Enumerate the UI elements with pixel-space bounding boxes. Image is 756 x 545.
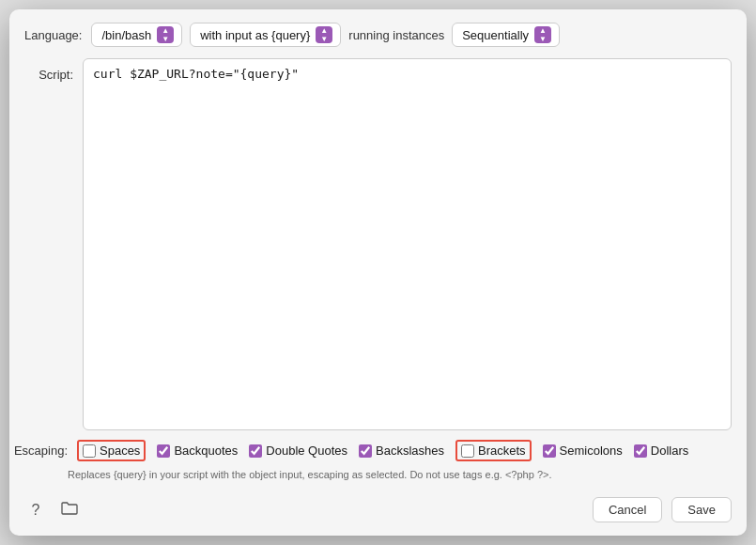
input-as-select[interactable]: with input as {query} ▲ ▼ <box>190 23 341 47</box>
script-row: Script: curl $ZAP_URL?note="{query}" <box>24 58 732 430</box>
folder-icon <box>61 501 78 520</box>
bottom-bar: ? Cancel Save <box>9 488 747 536</box>
checkbox-double-quotes-input[interactable] <box>249 444 262 458</box>
save-button[interactable]: Save <box>671 497 732 522</box>
bottom-left: ? <box>24 499 81 522</box>
language-arrows-icon: ▲ ▼ <box>157 26 174 43</box>
checkbox-double-quotes-label: Double Quotes <box>266 444 347 458</box>
checkbox-dollars-input[interactable] <box>634 444 647 458</box>
cancel-button[interactable]: Cancel <box>593 497 662 522</box>
dialog: Language: /bin/bash ▲ ▼ with input as {q… <box>9 9 747 536</box>
bottom-right: Cancel Save <box>593 497 732 522</box>
input-as-value: with input as {query} <box>200 28 310 42</box>
checkbox-backquotes-input[interactable] <box>157 444 170 458</box>
checkbox-semicolons-label: Semicolons <box>560 444 623 458</box>
input-as-arrows-icon: ▲ ▼ <box>316 26 332 43</box>
escaping-row: Escaping: Spaces Backquotes Double Quote… <box>9 430 747 467</box>
checkbox-semicolons-input[interactable] <box>543 444 556 458</box>
sequentially-arrows-icon: ▲ ▼ <box>534 26 551 43</box>
question-mark-icon: ? <box>32 502 40 519</box>
checkbox-spaces-label: Spaces <box>100 444 140 458</box>
script-label: Script: <box>24 58 73 82</box>
top-bar: Language: /bin/bash ▲ ▼ with input as {q… <box>9 9 747 58</box>
checkbox-dollars-label: Dollars <box>651 444 688 458</box>
language-label: Language: <box>24 28 82 42</box>
language-select[interactable]: /bin/bash ▲ ▼ <box>91 23 182 47</box>
checkbox-brackets-label: Brackets <box>478 444 526 458</box>
sequentially-value: Sequentially <box>462 28 529 42</box>
language-value: /bin/bash <box>101 28 151 42</box>
checkbox-brackets-input[interactable] <box>461 444 474 458</box>
question-icon-button[interactable]: ? <box>24 499 47 522</box>
checkbox-items: Spaces Backquotes Double Quotes Backslas… <box>77 440 688 461</box>
checkbox-backslashes[interactable]: Backslashes <box>359 444 444 458</box>
checkbox-backquotes[interactable]: Backquotes <box>157 444 238 458</box>
running-instances-label: running instances <box>348 28 444 42</box>
checkbox-semicolons[interactable]: Semicolons <box>543 444 623 458</box>
checkbox-double-quotes[interactable]: Double Quotes <box>249 444 347 458</box>
checkbox-backslashes-label: Backslashes <box>376 444 444 458</box>
content-area: Script: curl $ZAP_URL?note="{query}" <box>9 58 747 430</box>
checkbox-backquotes-label: Backquotes <box>174 444 238 458</box>
checkbox-dollars[interactable]: Dollars <box>634 444 688 458</box>
folder-icon-button[interactable] <box>58 499 81 522</box>
escaping-label: Escaping: <box>9 444 68 458</box>
checkbox-spaces[interactable]: Spaces <box>77 440 146 461</box>
hint-text: Replaces {query} in your script with the… <box>9 467 747 488</box>
checkbox-spaces-input[interactable] <box>83 444 96 458</box>
sequentially-select[interactable]: Sequentially ▲ ▼ <box>452 23 560 47</box>
script-editor[interactable]: curl $ZAP_URL?note="{query}" <box>83 58 732 430</box>
checkbox-backslashes-input[interactable] <box>359 444 372 458</box>
checkbox-brackets[interactable]: Brackets <box>455 440 532 461</box>
